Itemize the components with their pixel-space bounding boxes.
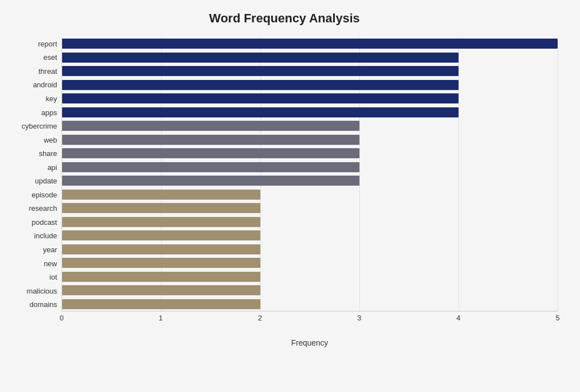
bar bbox=[62, 272, 260, 282]
bar-row bbox=[62, 271, 558, 283]
x-tick-label: 2 bbox=[258, 314, 262, 322]
y-axis: reportesetthreatandroidkeyappscybercrime… bbox=[11, 37, 62, 311]
plot-area bbox=[62, 37, 558, 311]
y-label: api bbox=[48, 161, 57, 173]
bar-row bbox=[62, 202, 558, 214]
bar-row bbox=[62, 51, 558, 64]
y-label: update bbox=[35, 175, 57, 187]
grid-line bbox=[359, 37, 360, 311]
bar-row bbox=[62, 65, 558, 77]
y-label: new bbox=[44, 257, 57, 270]
grid-line bbox=[459, 37, 459, 311]
y-label: episode bbox=[31, 188, 57, 201]
bar bbox=[62, 148, 359, 158]
bar bbox=[62, 107, 459, 117]
grid-lines bbox=[62, 37, 558, 311]
bar bbox=[62, 285, 260, 295]
bar bbox=[62, 190, 260, 200]
bar bbox=[62, 93, 459, 103]
bar bbox=[62, 66, 459, 76]
bar-row bbox=[62, 147, 558, 159]
bar-row bbox=[62, 257, 558, 269]
bar bbox=[62, 39, 558, 49]
y-label: podcast bbox=[31, 216, 57, 228]
x-tick-label: 4 bbox=[456, 314, 460, 322]
y-label: apps bbox=[41, 106, 57, 119]
bar bbox=[62, 176, 359, 186]
x-tick-label: 0 bbox=[59, 314, 63, 322]
bar bbox=[62, 203, 260, 213]
x-tick-label: 3 bbox=[357, 314, 361, 322]
bar bbox=[62, 135, 359, 145]
x-tick-label: 5 bbox=[555, 314, 559, 322]
bar-row bbox=[62, 298, 558, 310]
y-label: include bbox=[34, 230, 57, 242]
y-label: key bbox=[46, 92, 57, 105]
y-label: research bbox=[29, 202, 57, 215]
bar-row bbox=[62, 229, 558, 242]
bar-row bbox=[62, 79, 558, 91]
grid-line bbox=[62, 37, 63, 311]
bar-row bbox=[62, 216, 558, 228]
y-label: threat bbox=[39, 65, 57, 77]
grid-line bbox=[161, 37, 162, 311]
bar bbox=[62, 230, 260, 240]
bar bbox=[62, 217, 260, 227]
y-label: android bbox=[33, 79, 57, 91]
y-label: iot bbox=[49, 271, 57, 284]
bar-row bbox=[62, 92, 558, 105]
bar-row bbox=[62, 120, 558, 132]
y-label: share bbox=[39, 148, 57, 160]
bar-row bbox=[62, 106, 558, 119]
x-axis-title: Frequency bbox=[62, 338, 558, 347]
y-label: web bbox=[44, 134, 57, 146]
bar bbox=[62, 299, 260, 309]
bar bbox=[62, 80, 459, 90]
bar bbox=[62, 162, 359, 172]
x-tick-label: 1 bbox=[159, 314, 163, 322]
grid-line bbox=[260, 37, 261, 311]
bar-row bbox=[62, 243, 558, 256]
bar bbox=[62, 258, 260, 268]
y-label: eset bbox=[43, 51, 57, 64]
bar-row bbox=[62, 37, 558, 50]
chart-container: Word Frequency Analysis reportesetthreat… bbox=[0, 0, 580, 392]
chart-title: Word Frequency Analysis bbox=[11, 11, 558, 26]
y-label: domains bbox=[30, 299, 57, 311]
y-label: year bbox=[43, 243, 57, 256]
chart-area: reportesetthreatandroidkeyappscybercrime… bbox=[11, 37, 558, 311]
bar-row bbox=[62, 134, 558, 146]
bar-row bbox=[62, 284, 558, 296]
y-label: malicious bbox=[27, 285, 57, 297]
bar bbox=[62, 53, 459, 63]
y-label: report bbox=[38, 37, 57, 50]
grid-line bbox=[558, 37, 558, 311]
bar-row bbox=[62, 174, 558, 187]
bar bbox=[62, 244, 260, 254]
bar bbox=[62, 121, 359, 131]
x-axis: 012345 bbox=[62, 311, 558, 334]
bar-row bbox=[62, 161, 558, 173]
bar-row bbox=[62, 188, 558, 201]
y-label: cybercrime bbox=[21, 120, 57, 133]
